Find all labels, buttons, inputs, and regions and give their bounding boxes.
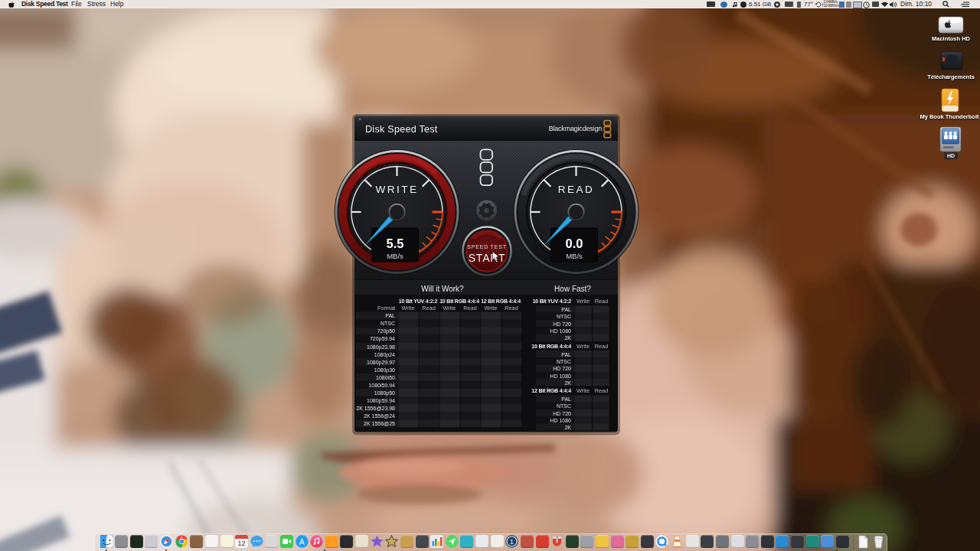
svg-text:HD 720: HD 720 xyxy=(553,366,571,371)
svg-text:PAL: PAL xyxy=(561,352,571,357)
svg-text:Will it Work?: Will it Work? xyxy=(421,285,464,293)
svg-text:720p50: 720p50 xyxy=(377,328,395,334)
svg-text:MB/s: MB/s xyxy=(566,252,583,260)
svg-text:1080p29.97: 1080p29.97 xyxy=(367,360,395,366)
svg-text:Read: Read xyxy=(505,305,518,311)
svg-text:1080i59.94: 1080i59.94 xyxy=(368,383,395,388)
svg-text:NTSC: NTSC xyxy=(557,359,571,364)
svg-text:720p59.94: 720p59.94 xyxy=(370,336,395,342)
svg-text:HD 1080: HD 1080 xyxy=(550,418,571,423)
svg-text:NTSC: NTSC xyxy=(381,321,395,326)
svg-text:NTSC: NTSC xyxy=(557,314,571,319)
svg-text:HD 1080: HD 1080 xyxy=(550,328,571,334)
svg-text:Write: Write xyxy=(577,298,590,305)
svg-text:HD 1080: HD 1080 xyxy=(550,373,571,379)
svg-text:10 Bit YUV 4:2:2: 10 Bit YUV 4:2:2 xyxy=(533,298,572,304)
svg-text:How Fast?: How Fast? xyxy=(554,285,591,293)
svg-text:2K 1556@25: 2K 1556@25 xyxy=(364,421,395,426)
svg-text:Read: Read xyxy=(595,343,608,350)
svg-text:Write: Write xyxy=(443,305,456,311)
svg-text:1080p59.94: 1080p59.94 xyxy=(367,398,395,404)
svg-text:Format: Format xyxy=(377,305,395,311)
svg-text:5.5: 5.5 xyxy=(387,236,404,250)
svg-text:A: A xyxy=(299,537,305,546)
svg-text:HD 720: HD 720 xyxy=(553,411,571,416)
svg-text:Write: Write xyxy=(485,305,498,311)
svg-text:PAL: PAL xyxy=(385,313,395,318)
svg-text:2K: 2K xyxy=(564,425,571,430)
svg-text:1080p23.98: 1080p23.98 xyxy=(367,344,395,350)
svg-text:0.0: 0.0 xyxy=(566,236,583,250)
svg-text:Write: Write xyxy=(577,387,590,394)
svg-text:2K 1556@23.98: 2K 1556@23.98 xyxy=(356,406,395,411)
svg-text:1080p24: 1080p24 xyxy=(374,352,395,358)
svg-text:2K 1556@24: 2K 1556@24 xyxy=(364,413,395,419)
svg-text:10 Bit RGB 4:4:4: 10 Bit RGB 4:4:4 xyxy=(439,298,479,304)
svg-text:12 Bit RGB 4:4:4: 12 Bit RGB 4:4:4 xyxy=(531,388,571,393)
svg-text:PAL: PAL xyxy=(561,307,571,312)
svg-text:10 Bit RGB 4:4:4: 10 Bit RGB 4:4:4 xyxy=(531,344,571,349)
svg-text:1080i50: 1080i50 xyxy=(376,375,395,380)
svg-text:Blackmagicdesign: Blackmagicdesign xyxy=(549,125,603,132)
svg-text:Write: Write xyxy=(402,305,415,311)
svg-text:NTSC: NTSC xyxy=(557,403,571,409)
svg-text:HD 720: HD 720 xyxy=(553,321,571,327)
svg-text:2K: 2K xyxy=(564,335,571,341)
svg-text:1: 1 xyxy=(510,538,514,546)
svg-text:MB/s: MB/s xyxy=(387,252,403,260)
svg-text:×: × xyxy=(358,116,361,122)
svg-text:Read: Read xyxy=(595,298,608,305)
svg-text:PAL: PAL xyxy=(561,396,571,402)
svg-text:WRITE: WRITE xyxy=(376,184,419,195)
svg-text:Read: Read xyxy=(422,305,435,311)
svg-text:READ: READ xyxy=(558,184,595,195)
svg-text:START: START xyxy=(469,252,506,264)
svg-text:2K: 2K xyxy=(564,380,571,386)
svg-text:SPEED TEST: SPEED TEST xyxy=(467,244,506,249)
svg-text:Write: Write xyxy=(577,343,590,350)
svg-text:12 Bit RGB 4:4:4: 12 Bit RGB 4:4:4 xyxy=(481,298,521,304)
svg-text:Read: Read xyxy=(595,387,608,394)
svg-text:Disk Speed Test: Disk Speed Test xyxy=(365,124,438,135)
svg-text:1080p50: 1080p50 xyxy=(374,390,395,396)
svg-text:1080p30: 1080p30 xyxy=(374,367,395,373)
svg-text:12: 12 xyxy=(238,540,246,547)
svg-text:10 Bit YUV 4:2:2: 10 Bit YUV 4:2:2 xyxy=(399,298,438,304)
svg-text:Read: Read xyxy=(463,305,476,311)
